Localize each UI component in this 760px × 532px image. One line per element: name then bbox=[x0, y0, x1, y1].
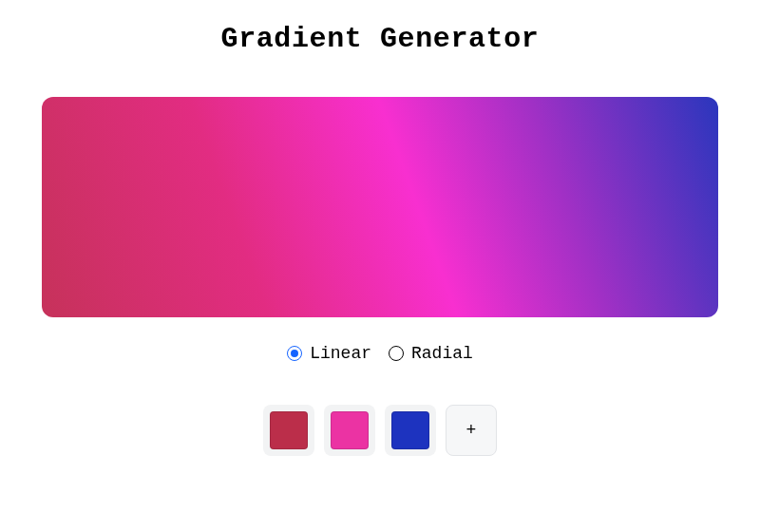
radio-label: Linear bbox=[310, 344, 371, 363]
color-swatch[interactable] bbox=[263, 405, 314, 456]
page-title: Gradient Generator bbox=[221, 23, 540, 55]
radio-option-radial[interactable]: Radial bbox=[389, 344, 473, 363]
gradient-preview bbox=[42, 97, 718, 317]
gradient-type-radio-group: Linear Radial bbox=[287, 344, 473, 363]
color-swatch-inner bbox=[391, 411, 429, 449]
color-swatch-inner bbox=[270, 411, 308, 449]
radio-icon bbox=[287, 346, 302, 361]
color-swatch[interactable] bbox=[324, 405, 375, 456]
add-color-button[interactable]: + bbox=[446, 405, 497, 456]
color-swatch-row: + bbox=[263, 405, 497, 456]
radio-dot-icon bbox=[291, 350, 298, 357]
color-swatch-inner bbox=[331, 411, 369, 449]
radio-icon bbox=[389, 346, 404, 361]
radio-label: Radial bbox=[411, 344, 473, 363]
app-root: Gradient Generator Linear Radial + bbox=[0, 0, 760, 456]
color-swatch[interactable] bbox=[385, 405, 436, 456]
radio-option-linear[interactable]: Linear bbox=[287, 344, 371, 363]
